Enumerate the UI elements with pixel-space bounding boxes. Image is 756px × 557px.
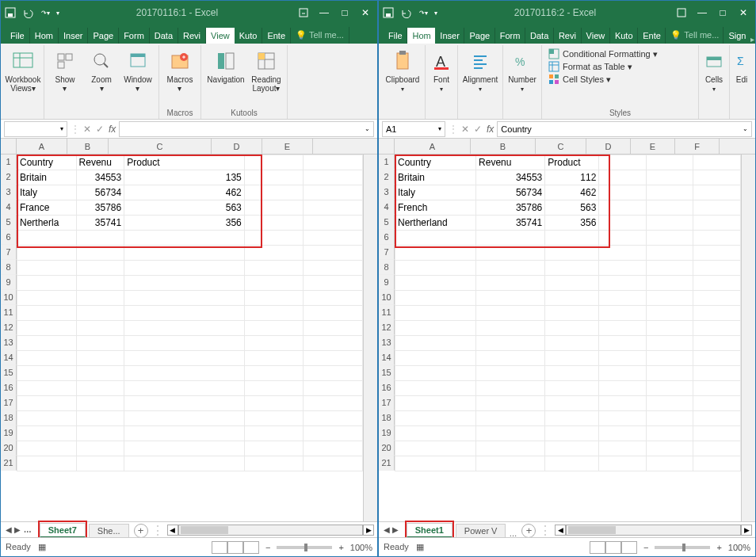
cell[interactable]: [304, 216, 363, 231]
cell[interactable]: 34553: [76, 170, 124, 185]
cell[interactable]: [244, 216, 304, 231]
cell[interactable]: [244, 441, 304, 456]
cell[interactable]: [646, 456, 693, 471]
cell[interactable]: [124, 291, 245, 306]
row-header[interactable]: 14: [1, 350, 17, 365]
minimize-icon[interactable]: —: [693, 4, 711, 21]
cell[interactable]: [244, 411, 304, 426]
cell[interactable]: [17, 396, 77, 411]
cell[interactable]: [17, 246, 77, 261]
cell[interactable]: [646, 246, 693, 261]
sheet-nav-buttons[interactable]: ◀ ▶ …: [1, 525, 36, 534]
cell[interactable]: [17, 276, 77, 291]
cell[interactable]: [395, 321, 476, 336]
cell[interactable]: [599, 200, 647, 216]
cell[interactable]: Italy: [395, 185, 476, 200]
tab-home[interactable]: Hom: [30, 28, 59, 44]
cell[interactable]: 112: [545, 170, 599, 185]
cell[interactable]: 34553: [476, 170, 545, 185]
name-box[interactable]: A1▾: [382, 121, 445, 137]
reading-layout-button[interactable]: Reading Layout▾: [249, 47, 284, 109]
cell[interactable]: [244, 321, 304, 336]
tell-me[interactable]: 💡 Tell me...: [291, 27, 349, 44]
enter-icon[interactable]: ✓: [96, 124, 104, 135]
cell[interactable]: [395, 306, 476, 321]
zoom-out-icon[interactable]: −: [265, 543, 270, 552]
cell[interactable]: [244, 170, 304, 185]
cell[interactable]: [244, 396, 304, 411]
cell[interactable]: Nertherland: [395, 216, 476, 231]
normal-view-icon[interactable]: [590, 541, 605, 554]
cell[interactable]: [545, 441, 599, 456]
formula-input[interactable]: ⌄: [119, 121, 374, 137]
cell[interactable]: [693, 291, 741, 306]
cell[interactable]: [599, 170, 647, 185]
save-icon[interactable]: [4, 6, 17, 19]
normal-view-icon[interactable]: [212, 541, 227, 554]
cell[interactable]: [76, 456, 124, 471]
cell[interactable]: [304, 396, 363, 411]
cell[interactable]: [124, 426, 245, 441]
row-header[interactable]: 20: [1, 441, 17, 456]
fx-icon[interactable]: fx: [487, 124, 494, 135]
cell[interactable]: 135: [124, 170, 245, 185]
vertical-scrollbar[interactable]: [363, 155, 377, 521]
cell[interactable]: [304, 291, 363, 306]
cell[interactable]: 35786: [76, 200, 124, 216]
cell[interactable]: [17, 261, 77, 276]
cell[interactable]: [693, 396, 741, 411]
cell[interactable]: 462: [124, 185, 245, 200]
tab-home[interactable]: Hom: [407, 28, 435, 44]
cell[interactable]: 356: [545, 216, 599, 231]
cell[interactable]: [599, 155, 647, 170]
more-tabs[interactable]: …: [509, 529, 517, 538]
row-header[interactable]: 9: [1, 275, 17, 290]
cell[interactable]: [693, 306, 741, 321]
number-button[interactable]: %Number▾: [506, 47, 538, 109]
cell[interactable]: 462: [545, 185, 599, 200]
zoom-out-icon[interactable]: −: [643, 543, 648, 552]
cell[interactable]: [545, 321, 599, 336]
cell[interactable]: 35786: [476, 200, 545, 216]
row-header[interactable]: 21: [1, 456, 17, 471]
font-button[interactable]: AFont▾: [429, 47, 454, 109]
tab-enterprise[interactable]: Ente: [638, 28, 666, 44]
cell[interactable]: [599, 441, 647, 456]
cell[interactable]: [646, 411, 693, 426]
cell[interactable]: [545, 261, 599, 276]
cell[interactable]: [244, 336, 304, 351]
cell[interactable]: [76, 291, 124, 306]
cell[interactable]: Britain: [17, 170, 77, 185]
cell[interactable]: [304, 411, 363, 426]
vertical-scrollbar[interactable]: [741, 155, 755, 521]
row-header[interactable]: 2: [379, 170, 395, 185]
cell[interactable]: 35741: [76, 216, 124, 231]
select-all-corner[interactable]: [1, 139, 17, 155]
cell[interactable]: [244, 366, 304, 381]
cell[interactable]: [476, 276, 545, 291]
cell[interactable]: [476, 231, 545, 246]
cell[interactable]: [244, 381, 304, 396]
zoom-in-icon[interactable]: +: [338, 543, 343, 552]
cell[interactable]: [693, 366, 741, 381]
cell[interactable]: [476, 246, 545, 261]
cell[interactable]: [646, 351, 693, 366]
cell[interactable]: [124, 411, 245, 426]
row-header[interactable]: 5: [1, 215, 17, 230]
row-header[interactable]: 18: [1, 410, 17, 425]
cell[interactable]: [476, 321, 545, 336]
cell[interactable]: [476, 336, 545, 351]
row-header[interactable]: 2: [1, 170, 17, 185]
tab-enterprise[interactable]: Ente: [262, 28, 291, 44]
cell[interactable]: [17, 366, 77, 381]
save-icon[interactable]: [382, 6, 395, 19]
column-header[interactable]: E: [262, 139, 313, 154]
cell[interactable]: [646, 336, 693, 351]
maximize-icon[interactable]: □: [336, 4, 353, 21]
cell[interactable]: [395, 381, 476, 396]
tab-page[interactable]: Page: [88, 28, 119, 44]
cell[interactable]: [646, 366, 693, 381]
macro-rec-icon[interactable]: ▦: [38, 542, 46, 551]
tab-formulas[interactable]: Form: [119, 28, 150, 44]
tab-data[interactable]: Data: [525, 28, 554, 44]
